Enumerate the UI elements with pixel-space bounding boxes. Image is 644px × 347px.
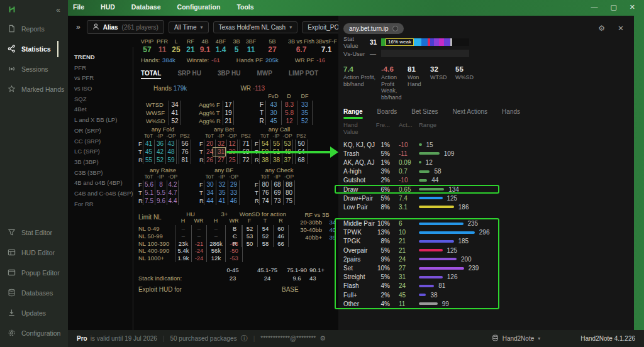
stat-column[interactable]: 3BF11 xyxy=(244,38,258,54)
stat-column[interactable]: VPIP57 xyxy=(138,38,156,54)
limit-row[interactable]: NL 0-49–––– xyxy=(138,225,243,233)
panel-tab[interactable]: Range xyxy=(343,108,363,119)
pot-type-tab[interactable]: MWP xyxy=(257,70,272,79)
sidebar-item-databases[interactable]: Databases xyxy=(0,283,68,303)
menubar-item[interactable]: Tools xyxy=(236,3,253,11)
menubar-item[interactable]: File xyxy=(73,3,84,11)
menubar-item[interactable]: HUD xyxy=(101,3,115,11)
stats-nav-item[interactable]: TREND xyxy=(68,52,133,63)
sidebar-item-statistics[interactable]: Statistics xyxy=(0,39,68,59)
range-row[interactable]: KQ, KJ, QJ 1% -10 15 xyxy=(338,140,503,149)
range-row[interactable]: Full+ 2% 45 38 xyxy=(338,290,498,299)
stats-nav-item[interactable]: vs ISO xyxy=(68,84,133,94)
sidebar-item-configuration[interactable]: Configuration xyxy=(0,323,68,343)
stat-column[interactable]: 3B5 xyxy=(229,38,244,54)
expand-panel-icon[interactable]: » xyxy=(74,23,82,31)
stats-nav-item[interactable]: 4Bet xyxy=(68,104,133,115)
stat-name-chip[interactable]: any.bet.turn.ip xyxy=(343,23,404,34)
sidebar-item-marked-hands[interactable]: Marked Hands xyxy=(0,79,68,99)
stats-nav-item[interactable]: C4B and C-o4B (4BP) xyxy=(68,189,133,199)
table-row[interactable]: R38383768 xyxy=(255,156,308,164)
panel-tab[interactable]: Hands xyxy=(502,108,520,119)
sidebar-item-updates[interactable]: Updates xyxy=(0,303,68,323)
range-row[interactable]: AK, AQ, AJ 1% 0.09 12 xyxy=(338,158,503,167)
stat-column[interactable]: 4B9.1 xyxy=(197,38,213,54)
range-row[interactable]: Gutshot 2% -10 44 xyxy=(338,176,503,185)
range-row[interactable]: Trash 5% -11 109 xyxy=(338,149,503,158)
stat-column[interactable]: 5B27 xyxy=(258,38,287,54)
close-icon[interactable]: ✕ xyxy=(630,3,635,11)
table-row[interactable]: R747375 xyxy=(255,197,304,205)
range-row[interactable]: Middle Pair 10% 6 235 xyxy=(338,219,498,228)
limit-row[interactable]: NL 400-9905.4k-2456k-50 xyxy=(138,247,243,255)
stats-nav-item[interactable]: For RR xyxy=(68,199,133,210)
stat-column[interactable]: 3B vs Fish6.7 xyxy=(287,38,316,54)
table-row[interactable]: T45424876 xyxy=(138,148,191,156)
table-row[interactable]: F20321271 xyxy=(199,140,252,148)
stats-nav-item[interactable]: 4B and o4B (4BP) xyxy=(68,178,133,189)
range-row[interactable]: Streight 5% 31 126 xyxy=(338,273,498,282)
panel-settings-gear-icon[interactable]: ⚙ xyxy=(598,24,605,33)
stats-nav-item[interactable]: L and X BB (LP) xyxy=(68,115,133,126)
minimize-icon[interactable]: — xyxy=(591,3,597,11)
pot-type-tab[interactable]: SRP HU xyxy=(177,70,201,79)
stats-nav-item[interactable]: CC (SRP) xyxy=(68,136,133,147)
panel-close-icon[interactable]: ✕ xyxy=(618,24,624,33)
range-row[interactable]: Set 10% 27 239 xyxy=(338,263,498,272)
range-row[interactable]: Flash 4% 24 81 xyxy=(338,282,498,290)
limit-row[interactable]: NL 100-39023k-21286k-68 xyxy=(138,240,243,248)
info-icon[interactable]: ⓘ xyxy=(241,334,248,343)
range-row[interactable]: Low Pair 8% 3.1 186 xyxy=(338,202,503,211)
panel-tab[interactable]: Next Actions xyxy=(453,108,488,119)
stat-value-bar[interactable]: 16% weak xyxy=(381,38,469,46)
pot-type-tab[interactable]: LIMP POT xyxy=(289,70,318,79)
table-row[interactable]: F303229 xyxy=(199,180,248,189)
table-row[interactable]: R26272572 xyxy=(199,156,252,164)
stat-column[interactable]: 4BF1.4 xyxy=(213,38,229,54)
stats-nav-item[interactable]: 3B (3BP) xyxy=(68,157,133,168)
limit-row[interactable]: NL 50-99–––– xyxy=(138,233,243,240)
stat-column[interactable]: L25 xyxy=(169,38,184,54)
panel-tab[interactable]: Boards xyxy=(377,108,397,119)
table-row[interactable]: R55525981 xyxy=(138,156,191,164)
sidebar-item-sessions[interactable]: Sessions xyxy=(0,59,68,79)
stats-nav-item[interactable]: SQZ xyxy=(68,94,133,105)
table-row[interactable]: R444146 xyxy=(199,197,248,205)
range-row[interactable]: Other 4% 11 99 xyxy=(338,299,498,308)
stat-column[interactable]: PFR11 xyxy=(156,38,169,54)
database-selector[interactable]: Hand2Note ▾ xyxy=(492,334,541,343)
stats-nav-item[interactable]: PFR xyxy=(68,63,133,74)
table-row[interactable]: F41364356 xyxy=(138,140,191,148)
pot-type-tab[interactable]: TOTAL xyxy=(141,70,161,79)
stats-nav-item[interactable]: OR (SRP) xyxy=(68,126,133,136)
stat-chip-clear-icon[interactable] xyxy=(392,26,398,31)
stats-nav-item[interactable]: LC (SRP) xyxy=(68,146,133,157)
sidebar-item-reports[interactable]: Reports xyxy=(0,19,68,39)
table-row[interactable]: F806888 xyxy=(255,180,304,189)
stats-nav-item[interactable]: vs PFR xyxy=(68,73,133,84)
account-gear-icon[interactable]: ⚙ xyxy=(319,334,326,343)
stats-nav-item[interactable]: C3B (3BP) xyxy=(68,168,133,179)
menubar-item[interactable]: Database xyxy=(131,3,161,11)
sidebar-item-stat-editor[interactable]: Stat Editor xyxy=(0,223,68,243)
table-row[interactable]: T343533 xyxy=(199,189,248,197)
maximize-icon[interactable]: ▢ xyxy=(610,3,616,11)
table-row[interactable]: R7.59.64.4 xyxy=(138,197,187,205)
table-row[interactable]: F54555350 xyxy=(255,140,308,148)
table-row[interactable]: F5.684.2 xyxy=(138,180,187,189)
stat-column[interactable]: RF21 xyxy=(184,38,197,54)
table-row[interactable]: T5.15.54.7 xyxy=(138,189,187,197)
range-row[interactable]: A-high 3% 0.7 58 xyxy=(338,167,503,176)
range-row[interactable]: TPWK 13% 10 296 xyxy=(338,228,498,237)
limit-row[interactable]: NL 1000+1.9k-2412k-53 xyxy=(138,255,243,262)
range-row[interactable]: Draw 6% 0.65 134 xyxy=(335,185,499,194)
pot-type-tab[interactable]: 3BP HU xyxy=(218,70,241,79)
sidebar-item-hud-editor[interactable]: HUD Editor xyxy=(0,243,68,263)
sidebar-collapse-icon[interactable]: « xyxy=(56,6,60,14)
game-filter-select[interactable]: Texas Hold'em NL Cash▾ xyxy=(213,21,298,33)
stat-column[interactable]: 3BvsF-F7.1 xyxy=(316,38,337,54)
player-select[interactable]: Alias (261 players) xyxy=(87,20,164,34)
range-row[interactable]: Draw+Pair 5% 7.4 125 xyxy=(338,194,503,202)
sidebar-item-popup-editor[interactable]: Popup Editor xyxy=(0,263,68,283)
range-row[interactable]: Overpair 5% 21 125 xyxy=(338,246,498,255)
